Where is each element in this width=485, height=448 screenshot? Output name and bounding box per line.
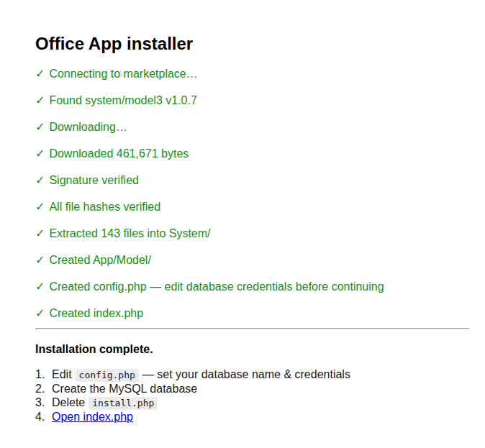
step-text: Edit: [52, 368, 72, 380]
status-text: Created App/Model/: [49, 254, 150, 266]
step-body: Deleteinstall.php: [52, 396, 161, 410]
page-title: Office App installer: [35, 34, 469, 54]
check-icon: ✓: [35, 227, 45, 240]
status-text: Downloaded 461,671 bytes: [49, 147, 189, 160]
status-line: ✓Downloaded 461,671 bytes: [35, 147, 469, 160]
status-text: Connecting to marketplace…: [49, 68, 197, 80]
step-body: Create the MySQL database: [52, 382, 197, 396]
status-text: Found system/model3 v1.0.7: [49, 94, 196, 106]
status-text: Created index.php: [49, 307, 143, 319]
code-install-php: install.php: [89, 397, 158, 410]
check-icon: ✓: [35, 200, 45, 214]
step-item: 3. Deleteinstall.php: [35, 396, 469, 410]
completion-heading: Installation complete.: [35, 343, 469, 356]
step-text: Create the MySQL database: [52, 383, 197, 395]
check-icon: ✓: [35, 120, 45, 134]
status-text: Created config.php — edit database crede…: [49, 280, 384, 293]
step-item: 1. Editconfig.php— set your database nam…: [35, 367, 469, 382]
status-line: ✓Created index.php: [35, 307, 469, 320]
status-line: ✓Signature verified: [35, 174, 469, 187]
step-text: Delete: [52, 396, 85, 408]
code-config-php: config.php: [76, 369, 139, 382]
step-item: 2. Create the MySQL database: [35, 382, 469, 396]
status-line: ✓Created config.php — edit database cred…: [35, 280, 469, 293]
step-number: 1.: [35, 367, 46, 381]
status-line: ✓Connecting to marketplace…: [35, 68, 469, 81]
status-list: ✓Connecting to marketplace… ✓Found syste…: [35, 68, 469, 320]
installer-page: Office App installer ✓Connecting to mark…: [0, 0, 485, 448]
step-body: Open index.php: [52, 410, 133, 424]
check-icon: ✓: [35, 93, 45, 107]
status-line: ✓Downloading…: [35, 121, 469, 134]
step-number: 3.: [35, 396, 46, 409]
status-line: ✓Found system/model3 v1.0.7: [35, 94, 469, 107]
status-text: All file hashes verified: [49, 201, 160, 213]
open-index-link[interactable]: Open index.php: [52, 411, 133, 423]
check-icon: ✓: [35, 67, 45, 81]
step-number: 2.: [35, 382, 46, 396]
check-icon: ✓: [35, 280, 45, 293]
status-line: ✓All file hashes verified: [35, 201, 469, 214]
steps-list: 1. Editconfig.php— set your database nam…: [35, 367, 469, 424]
status-text: Downloading…: [49, 121, 127, 133]
status-text: Signature verified: [49, 174, 139, 186]
step-number: 4.: [35, 410, 46, 424]
check-icon: ✓: [35, 147, 45, 160]
check-icon: ✓: [35, 173, 45, 187]
check-icon: ✓: [35, 253, 45, 267]
status-line: ✓Extracted 143 files into System/: [35, 227, 469, 240]
status-text: Extracted 143 files into System/: [49, 227, 210, 239]
divider: [35, 328, 469, 329]
step-item: 4. Open index.php: [35, 410, 469, 424]
step-body: Editconfig.php— set your database name &…: [52, 367, 350, 382]
step-text: — set your database name & credentials: [142, 368, 350, 380]
status-line: ✓Created App/Model/: [35, 254, 469, 267]
check-icon: ✓: [35, 306, 45, 320]
